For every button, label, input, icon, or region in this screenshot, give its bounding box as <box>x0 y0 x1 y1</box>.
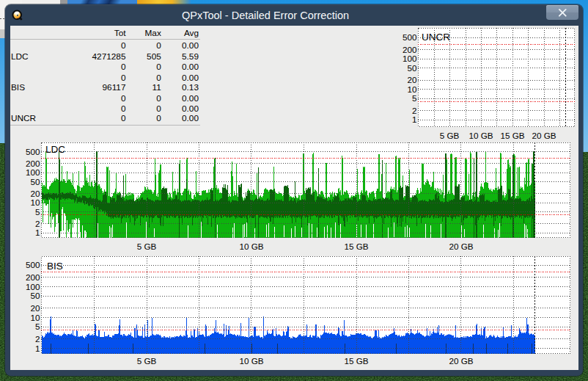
svg-text:5 GB: 5 GB <box>137 242 157 251</box>
svg-text:5 GB: 5 GB <box>440 131 460 140</box>
svg-text:20: 20 <box>407 75 417 84</box>
svg-text:200: 200 <box>26 159 40 168</box>
svg-text:20: 20 <box>30 189 40 198</box>
svg-text:50: 50 <box>30 177 40 186</box>
svg-text:1: 1 <box>412 115 417 124</box>
svg-text:500: 500 <box>26 147 40 156</box>
svg-text:5: 5 <box>35 207 40 217</box>
svg-text:100: 100 <box>403 54 417 63</box>
svg-text:1: 1 <box>35 344 40 353</box>
svg-text:20 GB: 20 GB <box>449 242 473 251</box>
svg-text:50: 50 <box>407 63 417 73</box>
svg-text:100: 100 <box>26 282 40 291</box>
svg-text:200: 200 <box>26 272 40 282</box>
svg-text:50: 50 <box>30 291 40 300</box>
svg-text:1: 1 <box>35 228 40 237</box>
svg-text:15 GB: 15 GB <box>344 356 368 366</box>
svg-text:BIS: BIS <box>47 261 63 272</box>
svg-text:UNCR: UNCR <box>422 32 450 43</box>
svg-text:500: 500 <box>403 32 417 42</box>
svg-text:2: 2 <box>35 219 40 228</box>
svg-text:10 GB: 10 GB <box>468 131 493 140</box>
svg-text:20 GB: 20 GB <box>449 356 473 366</box>
svg-text:10 GB: 10 GB <box>239 356 263 366</box>
svg-text:10: 10 <box>30 197 40 207</box>
svg-text:10: 10 <box>407 84 417 94</box>
svg-text:2: 2 <box>35 334 40 344</box>
svg-text:5 GB: 5 GB <box>137 356 157 366</box>
svg-text:20 GB: 20 GB <box>532 131 556 140</box>
svg-text:5: 5 <box>35 322 40 331</box>
svg-text:2: 2 <box>412 106 417 115</box>
svg-text:10 GB: 10 GB <box>239 242 263 251</box>
svg-text:200: 200 <box>403 45 417 54</box>
svg-text:15 GB: 15 GB <box>500 131 524 140</box>
svg-text:15 GB: 15 GB <box>344 242 368 251</box>
svg-text:500: 500 <box>26 260 40 269</box>
svg-text:LDC: LDC <box>45 144 65 155</box>
svg-text:20: 20 <box>30 303 40 313</box>
svg-text:5: 5 <box>412 93 417 103</box>
svg-text:100: 100 <box>26 167 40 177</box>
svg-text:10: 10 <box>30 313 40 322</box>
